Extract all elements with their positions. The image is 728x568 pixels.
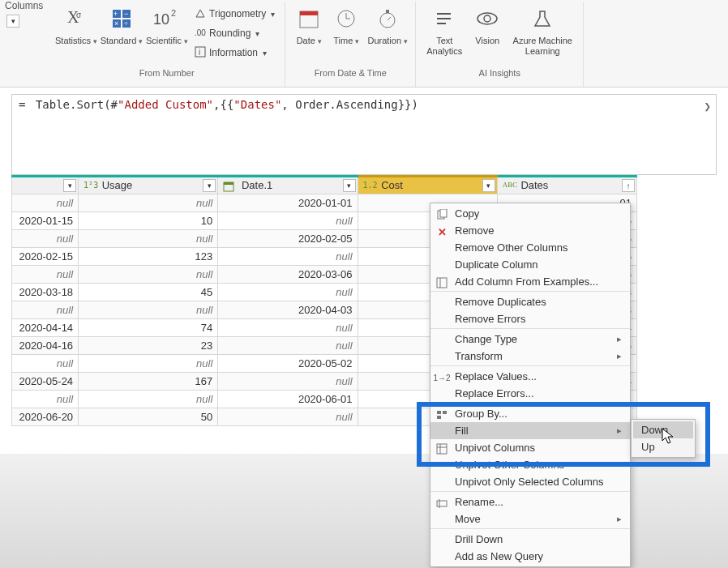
ribbon-group-from-datetime: Date Time Duration From Date & Time (285, 2, 416, 87)
menu-rename[interactable]: Rename... (430, 493, 630, 510)
menu-change-type[interactable]: Change Type ▸ (430, 331, 630, 348)
table-cell[interactable]: null (12, 266, 79, 284)
table-cell[interactable]: 2020-02-15 (12, 248, 79, 266)
menu-group-by[interactable]: Group By... (430, 405, 630, 422)
svg-rect-37 (437, 444, 447, 454)
table-cell[interactable]: null (12, 355, 79, 373)
azure-ml-button[interactable]: Azure Machine Learning (507, 2, 578, 63)
table-cell[interactable]: 2020-06-20 (12, 408, 79, 426)
menu-remove[interactable]: ✕ Remove (430, 222, 630, 239)
table-cell[interactable]: 50 (79, 408, 218, 426)
menu-add-from-examples[interactable]: Add Column From Examples... (430, 273, 630, 292)
column-header-cost[interactable]: 1.2 Cost ▾ (358, 177, 497, 194)
eye-icon (473, 5, 501, 32)
svg-rect-32 (437, 278, 447, 288)
submenu-up[interactable]: Up (633, 438, 693, 455)
calculator-icon: + − × ÷ (108, 5, 135, 32)
submenu-arrow-icon: ▸ (617, 514, 622, 524)
table-cell[interactable]: 10 (79, 212, 218, 230)
table-cell[interactable]: 2020-03-06 (218, 266, 358, 284)
table-cell[interactable]: 2020-02-05 (218, 230, 358, 248)
vision-button[interactable]: Vision (468, 2, 507, 63)
information-button[interactable]: i Information (191, 44, 278, 62)
table-cell[interactable]: null (218, 319, 358, 337)
table-cell[interactable]: null (79, 230, 218, 248)
svg-text:÷: ÷ (124, 19, 128, 28)
menu-drill-down[interactable]: Drill Down (430, 531, 630, 548)
table-cell[interactable]: 2020-03-18 (12, 284, 79, 301)
table-cell[interactable]: null (79, 194, 218, 212)
time-button[interactable]: Time (328, 2, 365, 63)
submenu-down[interactable]: Down (633, 421, 693, 438)
column-dropdown[interactable]: ▾ (482, 179, 495, 192)
menu-fill[interactable]: Fill ▸ (430, 422, 630, 439)
table-cell[interactable]: null (218, 337, 358, 355)
table-cell[interactable]: null (12, 301, 79, 319)
table-cell[interactable]: null (218, 212, 358, 230)
menu-move[interactable]: Move ▸ (430, 510, 630, 529)
table-cell[interactable]: 2020-06-01 (218, 391, 358, 408)
table-cell[interactable]: null (12, 194, 79, 212)
table-cell[interactable]: null (79, 355, 218, 373)
number-type-icon: 1²3 (84, 181, 96, 192)
svg-point-26 (477, 13, 497, 24)
menu-remove-other[interactable]: Remove Other Columns (430, 239, 630, 256)
table-cell[interactable]: 2020-04-16 (12, 337, 79, 355)
statistics-button[interactable]: Χσ Statistics (54, 2, 99, 63)
sort-indicator-icon[interactable]: ↑ (622, 179, 635, 192)
menu-transform[interactable]: Transform ▸ (430, 348, 630, 366)
table-cell[interactable]: 167 (79, 373, 218, 391)
table-cell[interactable]: 2020-01-01 (218, 194, 358, 212)
trigonometry-button[interactable]: Trigonometry (191, 5, 278, 23)
table-cell[interactable]: null (218, 284, 358, 301)
standard-button[interactable]: + − × ÷ Standard (99, 2, 144, 63)
table-cell[interactable]: null (12, 230, 79, 248)
column-header-usage[interactable]: 1²3 Usage ▾ (79, 177, 218, 194)
table-cell[interactable]: null (218, 373, 358, 391)
menu-copy[interactable]: Copy (430, 205, 630, 222)
table-cell[interactable]: null (218, 248, 358, 266)
table-cell[interactable]: 2020-04-03 (218, 301, 358, 319)
calendar-type-icon (223, 181, 236, 192)
formula-bar[interactable]: = Table.Sort(#"Added Custom",{{"Dates", … (11, 94, 717, 175)
scientific-button[interactable]: 102 Scientific (144, 2, 190, 63)
rounding-button[interactable]: .00 Rounding (191, 24, 278, 42)
table-cell[interactable]: 45 (79, 284, 218, 301)
table-cell[interactable]: 123 (79, 248, 218, 266)
table-cell[interactable]: null (79, 301, 218, 319)
duration-button[interactable]: Duration (365, 2, 410, 63)
menu-replace-errors[interactable]: Replace Errors... (430, 385, 630, 404)
table-cell[interactable]: 2020-05-02 (218, 355, 358, 373)
column-header-date1[interactable]: Date.1 ▾ (218, 177, 358, 194)
column-dropdown[interactable]: ▾ (203, 179, 216, 192)
table-cell[interactable]: 23 (79, 337, 218, 355)
menu-unpivot-other[interactable]: Unpivot Other Columns (430, 456, 630, 473)
table-cell[interactable]: 2020-01-15 (12, 212, 79, 230)
menu-remove-errors[interactable]: Remove Errors (430, 310, 630, 329)
column-dropdown[interactable]: ▾ (63, 179, 76, 192)
date-button[interactable]: Date (290, 2, 328, 63)
scientific-label: Scientific (146, 36, 188, 47)
svg-rect-35 (443, 411, 447, 414)
table-cell[interactable]: null (218, 408, 358, 426)
table-cell[interactable]: 2020-05-24 (12, 373, 79, 391)
columns-dropdown[interactable]: ▾ (6, 15, 19, 28)
column-header-blank[interactable]: ▾ (12, 177, 79, 194)
menu-add-as-new-query[interactable]: Add as New Query (430, 548, 630, 565)
menu-unpivot[interactable]: Unpivot Columns (430, 439, 630, 456)
table-cell[interactable]: 74 (79, 319, 218, 337)
table-cell[interactable]: null (79, 266, 218, 284)
svg-text:+: + (113, 10, 118, 18)
table-cell[interactable]: null (12, 391, 79, 408)
text-analytics-button[interactable]: Text Analytics (421, 2, 468, 63)
menu-unpivot-selected[interactable]: Unpivot Only Selected Columns (430, 473, 630, 492)
menu-duplicate[interactable]: Duplicate Column (430, 256, 630, 273)
table-cell[interactable]: 2020-04-14 (12, 319, 79, 337)
collapse-caret-icon[interactable]: ❯ (704, 100, 711, 113)
column-header-dates[interactable]: ABC Dates ↑ (497, 177, 636, 194)
menu-remove-duplicates[interactable]: Remove Duplicates (430, 293, 630, 310)
information-label: Information (209, 47, 258, 58)
column-dropdown[interactable]: ▾ (343, 179, 356, 192)
menu-replace-values[interactable]: 1→2 Replace Values... (430, 368, 630, 385)
table-cell[interactable]: null (79, 391, 218, 408)
